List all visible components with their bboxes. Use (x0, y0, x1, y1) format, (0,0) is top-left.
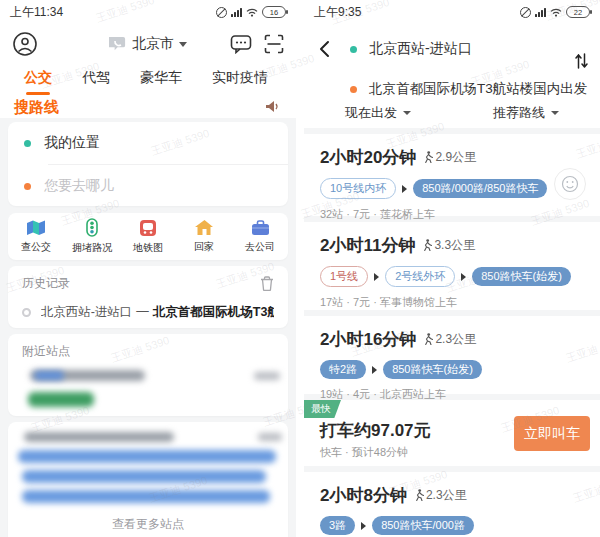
tab-bus[interactable]: 公交 (24, 69, 52, 87)
route-option-card[interactable]: 2小时20分钟 2.9公里 10号线内环 850路/000路/850路快车 32… (304, 134, 600, 216)
origin-input[interactable]: 我的位置 (8, 122, 288, 164)
history-card: 历史记录 北京西站-进站口 — 北京首都国际机场T3航... (8, 266, 288, 328)
shortcut-metro-map[interactable]: 地铁图 (120, 213, 176, 260)
from-dot-icon (350, 46, 357, 53)
battery-indicator: 16 (262, 6, 286, 18)
route-option-card[interactable]: 2小时11分钟 3.3公里 1号线 2号线外环 850路快车(始发) 17站 ·… (304, 222, 600, 310)
route-duration: 2小时16分钟 (320, 328, 416, 351)
route-option-card[interactable]: 2小时8分钟 2.3公里 3路 850路快车/000路 (304, 472, 600, 537)
history-separator: — (136, 304, 149, 321)
smiley-icon (561, 175, 579, 193)
route-from-value: 北京西站-进站口 (369, 40, 472, 58)
signal-icon (231, 8, 242, 17)
route-walk-distance: 3.3公里 (434, 237, 475, 254)
view-more-stations-link[interactable]: 查看更多站点 (8, 516, 288, 533)
depart-time-filter[interactable]: 现在出发 (304, 104, 452, 122)
wifi-icon (246, 8, 258, 17)
blurred-bus-routes-row (22, 470, 266, 483)
shortcut-home[interactable]: 回家 (176, 213, 232, 260)
signal-icon (535, 8, 546, 17)
blurred-station-name (24, 432, 174, 442)
depart-time-label: 现在出发 (345, 104, 397, 122)
tab-chauffeur[interactable]: 代驾 (82, 69, 110, 87)
shortcut-label: 去公司 (245, 240, 275, 254)
left-status-bar: 上午11:34 16 (0, 0, 296, 24)
line-pill: 3路 (320, 516, 355, 535)
chevron-down-icon (551, 111, 559, 115)
search-routes-title: 搜路线 (14, 98, 59, 117)
mute-icon (216, 7, 227, 18)
route-duration: 2小时20分钟 (320, 146, 416, 169)
right-status-bar: 上午9:35 22 (304, 0, 600, 24)
route-detail: 17站 · 7元 · 军事博物馆上车 (304, 287, 600, 310)
route-duration: 2小时8分钟 (320, 484, 407, 507)
arrow-right-icon (402, 185, 407, 193)
line-pill: 850路快车/000路 (372, 516, 474, 535)
service-tabs: 公交 代驾 豪华车 实时疫情 (0, 64, 296, 92)
call-taxi-button[interactable]: 立即叫车 (514, 416, 590, 451)
route-duration: 2小时11分钟 (320, 234, 415, 257)
filters-row: 现在出发 推荐路线 (304, 104, 600, 122)
chevron-down-icon (403, 111, 411, 115)
tab-luxury[interactable]: 豪华车 (140, 69, 182, 87)
sort-label: 推荐路线 (493, 104, 545, 122)
mute-icon (520, 7, 531, 18)
battery-indicator: 22 (566, 6, 590, 18)
route-from-field[interactable]: 北京西站-进站口 (350, 40, 472, 58)
clock: 上午11:34 (10, 4, 63, 21)
walk-icon (415, 489, 424, 501)
arrow-right-icon (461, 273, 466, 281)
shortcuts-card: 查公交 拥堵路况 地铁图 回家 去公司 (8, 213, 288, 260)
blurred-bus-routes-row (22, 490, 270, 503)
line-pill: 10号线内环 (320, 178, 396, 199)
briefcase-icon (251, 220, 270, 236)
fastest-badge: 最快 (304, 400, 341, 418)
nearby-stations-card: 附近站点 (8, 334, 288, 416)
swap-direction-icon[interactable] (575, 52, 588, 70)
route-to-field[interactable]: 北京首都国际机场T3航站楼国内出发 (350, 80, 587, 98)
tab-epidemic[interactable]: 实时疫情 (212, 69, 268, 87)
feedback-smiley-button[interactable] (554, 168, 586, 200)
delete-history-icon[interactable] (260, 276, 274, 291)
destination-placeholder: 您要去哪儿 (44, 177, 114, 195)
route-results-screen: 上午9:35 22 北京西站-进站口 北京首都国际机场T3航站楼国内出发 现在出… (304, 0, 600, 537)
clock: 上午9:35 (314, 4, 361, 21)
line-pill: 850路快车(始发) (383, 360, 482, 379)
blurred-station-tag (34, 371, 64, 380)
route-detail: 32站 · 7元 · 莲花桥上车 (304, 199, 600, 222)
arrow-right-icon (374, 273, 379, 281)
walk-icon (423, 239, 432, 251)
scan-icon[interactable] (264, 34, 284, 54)
transit-home-screen: 上午11:34 16 北京市 公交 代驾 豪华车 实 (0, 0, 296, 537)
history-item[interactable]: 北京西站-进站口 — 北京首都国际机场T3航... (8, 292, 288, 321)
origin-dot-icon (24, 140, 31, 147)
taxi-subtitle: 快车 · 预计48分钟 (320, 445, 408, 460)
destination-input[interactable]: 您要去哪儿 (8, 165, 288, 207)
chevron-down-icon (179, 42, 187, 47)
walk-icon (424, 151, 433, 163)
shortcut-check-bus[interactable]: 查公交 (8, 213, 64, 260)
walk-icon (424, 333, 433, 345)
traffic-light-icon (86, 218, 98, 237)
history-to: 北京首都国际机场T3航... (153, 304, 274, 321)
sort-filter[interactable]: 推荐路线 (452, 104, 600, 122)
line-pill: 1号线 (320, 266, 368, 287)
origin-value: 我的位置 (44, 134, 100, 152)
shortcut-traffic[interactable]: 拥堵路况 (64, 213, 120, 260)
line-pill: 特2路 (320, 360, 366, 379)
didi-logo-icon (109, 36, 127, 52)
messages-icon[interactable] (230, 34, 252, 54)
history-title: 历史记录 (22, 275, 70, 292)
route-input-card: 我的位置 您要去哪儿 (8, 122, 288, 206)
shortcut-work[interactable]: 去公司 (232, 213, 288, 260)
announcement-speaker-icon[interactable] (265, 100, 280, 113)
to-dot-icon (350, 86, 357, 93)
history-dot-icon (22, 308, 31, 317)
taxi-option-card[interactable]: 最快 打车约97.07元 快车 · 预计48分钟 立即叫车 (304, 400, 600, 466)
line-pill: 850路/000路/850路快车 (413, 179, 547, 198)
blurred-distance (254, 372, 280, 380)
blurred-bus-line-pill (28, 392, 94, 407)
route-option-card[interactable]: 2小时16分钟 2.3公里 特2路 850路快车(始发) 19站 · 4元 · … (304, 316, 600, 394)
shortcut-label: 查公交 (21, 240, 51, 254)
back-icon[interactable] (316, 40, 334, 58)
